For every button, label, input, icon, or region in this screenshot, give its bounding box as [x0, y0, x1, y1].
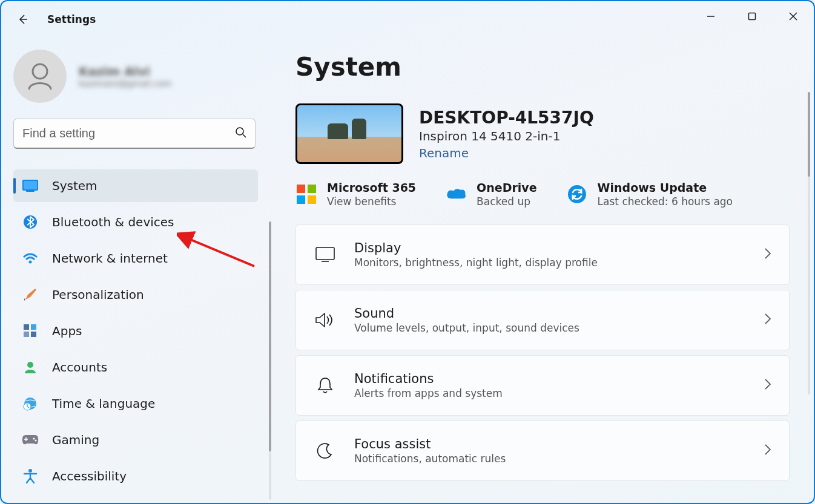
search-input[interactable]: [13, 119, 256, 149]
svg-point-12: [29, 261, 32, 264]
minimize-button[interactable]: [690, 1, 731, 31]
svg-line-7: [243, 134, 246, 137]
sidebar-item-accounts[interactable]: Accounts: [13, 351, 258, 384]
sidebar-item-network[interactable]: Network & internet: [13, 242, 258, 275]
sidebar-item-label: Gaming: [52, 433, 99, 447]
card-sub: Volume levels, output, input, sound devi…: [354, 322, 764, 334]
status-m365[interactable]: Microsoft 365 View benefits: [295, 181, 416, 208]
sidebar-item-label: Accessibility: [52, 469, 127, 483]
rename-link[interactable]: Rename: [419, 146, 594, 160]
card-title: Sound: [354, 306, 764, 321]
status-sub: Last checked: 6 hours ago: [598, 195, 733, 208]
sidebar-item-time[interactable]: Time & language: [13, 387, 258, 420]
card-title: Display: [354, 241, 764, 255]
nav-list: System Bluetooth & devices Network & int…: [13, 169, 258, 496]
close-button[interactable]: [773, 1, 814, 31]
wifi-icon: [22, 250, 39, 267]
svg-point-23: [35, 439, 36, 441]
status-title: Microsoft 365: [327, 181, 416, 194]
card-sub: Monitors, brightness, night light, displ…: [354, 257, 764, 269]
window-controls: [690, 1, 814, 31]
status-sub: Backed up: [477, 195, 537, 208]
svg-point-17: [27, 362, 33, 368]
svg-point-24: [28, 469, 32, 473]
status-windows-update[interactable]: Windows Update Last checked: 6 hours ago: [566, 181, 733, 208]
card-sub: Notifications, automatic rules: [354, 453, 764, 465]
card-title: Focus assist: [354, 437, 764, 451]
sidebar-item-gaming[interactable]: Gaming: [13, 424, 258, 456]
svg-rect-13: [24, 324, 29, 330]
svg-point-25: [568, 185, 586, 203]
account-email: kazimalvi@gmail.com: [79, 79, 171, 88]
svg-point-6: [236, 128, 243, 135]
status-title: OneDrive: [477, 181, 537, 194]
sidebar-item-system[interactable]: System: [13, 169, 258, 202]
sidebar-item-bluetooth[interactable]: Bluetooth & devices: [13, 206, 258, 238]
card-focus-assist[interactable]: Focus assist Notifications, automatic ru…: [295, 421, 790, 481]
maximize-button[interactable]: [731, 1, 773, 31]
device-model: Inspiron 14 5410 2-in-1: [419, 129, 594, 143]
sidebar-item-label: Personalization: [52, 287, 144, 302]
apps-icon: [22, 322, 39, 339]
sidebar-item-label: Accounts: [52, 360, 107, 375]
sidebar-item-label: System: [52, 178, 97, 193]
status-onedrive[interactable]: OneDrive Backed up: [445, 181, 537, 208]
card-sub: Alerts from apps and system: [354, 387, 764, 399]
status-sub: View benefits: [327, 195, 416, 208]
chevron-right-icon: [764, 312, 772, 328]
sidebar-item-personalization[interactable]: Personalization: [13, 278, 258, 311]
chevron-right-icon: [764, 247, 772, 263]
brush-icon: [22, 286, 39, 303]
avatar: [13, 50, 67, 103]
svg-point-5: [33, 64, 47, 79]
status-title: Windows Update: [598, 181, 733, 194]
svg-rect-10: [26, 191, 35, 192]
moon-icon: [313, 442, 337, 459]
svg-rect-2: [749, 13, 756, 20]
windows-update-icon: [566, 183, 588, 205]
page-title: System: [295, 52, 790, 82]
chevron-right-icon: [764, 378, 772, 393]
card-display[interactable]: Display Monitors, brightness, night ligh…: [295, 224, 790, 285]
onedrive-icon: [445, 183, 467, 205]
window-title: Settings: [47, 13, 96, 25]
gaming-icon: [22, 431, 39, 448]
bluetooth-icon: [22, 214, 39, 231]
back-button[interactable]: [16, 12, 30, 27]
sidebar-item-label: Apps: [52, 324, 82, 338]
sidebar-item-accessibility[interactable]: Accessibility: [13, 460, 258, 493]
sidebar-item-apps[interactable]: Apps: [13, 315, 258, 347]
settings-cards: Display Monitors, brightness, night ligh…: [295, 224, 790, 481]
account-block[interactable]: Kazim Alvi kazimalvi@gmail.com: [13, 50, 264, 103]
card-notifications[interactable]: Notifications Alerts from apps and syste…: [295, 355, 790, 416]
main-content: System DESKTOP-4L537JQ Inspiron 14 5410 …: [274, 38, 814, 503]
account-name: Kazim Alvi: [79, 64, 171, 79]
status-row: Microsoft 365 View benefits OneDrive Bac…: [295, 181, 790, 208]
sidebar-item-label: Time & language: [52, 396, 155, 411]
svg-rect-9: [24, 181, 37, 189]
globe-icon: [22, 395, 39, 412]
sidebar: Kazim Alvi kazimalvi@gmail.com System: [1, 38, 274, 503]
sidebar-item-label: Bluetooth & devices: [52, 215, 174, 229]
main-scrollbar[interactable]: [808, 92, 810, 394]
svg-rect-15: [24, 332, 29, 337]
search-icon: [235, 126, 247, 141]
system-icon: [22, 177, 39, 194]
svg-rect-14: [31, 324, 36, 330]
microsoft-365-icon: [295, 183, 317, 205]
svg-point-22: [33, 437, 35, 439]
sidebar-item-label: Network & internet: [52, 251, 168, 266]
sidebar-scrollbar[interactable]: [269, 221, 271, 500]
device-block: DESKTOP-4L537JQ Inspiron 14 5410 2-in-1 …: [295, 103, 790, 164]
accessibility-icon: [22, 468, 39, 485]
device-wallpaper-thumb[interactable]: [295, 103, 403, 164]
svg-rect-16: [31, 332, 36, 337]
main-scrollbar-thumb[interactable]: [808, 92, 810, 177]
bell-icon: [313, 376, 337, 394]
card-sound[interactable]: Sound Volume levels, output, input, soun…: [295, 290, 790, 350]
chevron-right-icon: [764, 443, 772, 459]
accounts-icon: [22, 359, 39, 376]
sidebar-scrollbar-thumb[interactable]: [269, 221, 271, 451]
svg-rect-26: [316, 247, 334, 260]
device-name: DESKTOP-4L537JQ: [419, 108, 594, 128]
